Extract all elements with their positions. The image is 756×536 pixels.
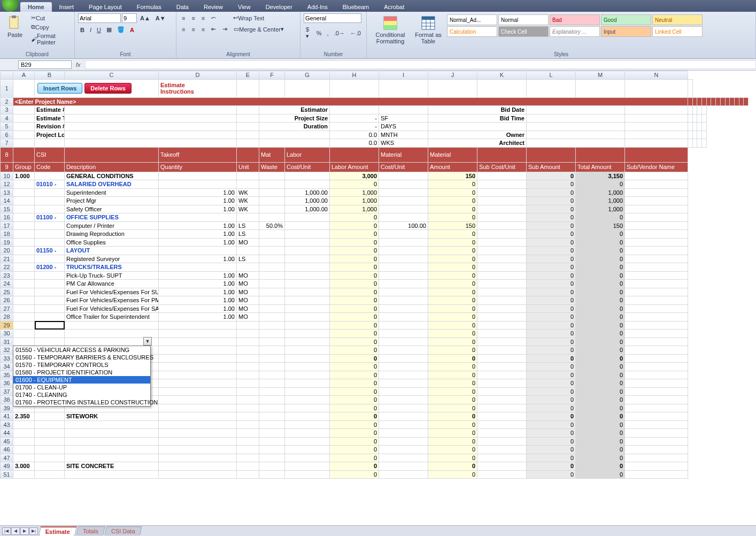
sheet-nav-button[interactable]: ▶ — [20, 527, 29, 535]
row-header-1[interactable]: 1 — [1, 79, 13, 97]
row-header-12[interactable]: 12 — [1, 180, 13, 189]
col-header-A[interactable]: A — [13, 71, 35, 80]
row-header-35[interactable]: 35 — [1, 371, 13, 379]
shrink-font-button[interactable]: A▼ — [153, 14, 168, 22]
sheet-nav-button[interactable]: ▶| — [29, 527, 38, 535]
col-header-F[interactable]: F — [259, 71, 285, 80]
dropdown-item[interactable]: 01760 - PROTECTING INSTALLED CONSTRUCTIO… — [13, 399, 150, 406]
italic-button[interactable]: I — [88, 26, 94, 34]
cell-style-good[interactable]: Good — [601, 14, 651, 25]
row-header-45[interactable]: 45 — [1, 437, 13, 446]
sheet-tab-totals[interactable]: Totals — [76, 526, 105, 535]
align-center-button[interactable]: ≡ — [189, 26, 197, 33]
cell-style-check-cell[interactable]: Check Cell — [498, 26, 549, 37]
row-header-49[interactable]: 49 — [1, 462, 13, 471]
delete-rows-button[interactable]: Delete Rows — [84, 83, 131, 94]
ribbon-tab-developer[interactable]: Developer — [258, 2, 300, 12]
dec-decimal-button[interactable]: ←.0 — [348, 26, 363, 40]
align-middle-button[interactable]: ≡ — [189, 14, 197, 22]
col-header-I[interactable]: I — [379, 71, 428, 80]
row-header-16[interactable]: 16 — [1, 213, 13, 222]
cell-style-calculation[interactable]: Calculation — [447, 26, 497, 37]
row-header-21[interactable]: 21 — [1, 255, 13, 263]
row-header-41[interactable]: 41 — [1, 412, 13, 421]
row-header-13[interactable]: 13 — [1, 188, 13, 197]
cell-dropdown-button[interactable]: ▼ — [143, 337, 152, 346]
col-header-G[interactable]: G — [285, 71, 330, 80]
fill-color-button[interactable]: 🪣 — [115, 26, 127, 34]
cell-styles-gallery[interactable]: Normal_Ad...NormalBadGoodNeutralCalculat… — [446, 13, 704, 38]
dropdown-item[interactable]: 01570 - TEMPORARY CONTROLS — [13, 361, 150, 369]
indent-inc-button[interactable]: ⇥ — [220, 25, 229, 33]
ribbon-tab-add-ins[interactable]: Add-Ins — [300, 2, 335, 12]
dropdown-item[interactable]: 01550 - VEHICULAR ACCESS & PARKING — [13, 346, 150, 354]
row-header-22[interactable]: 22 — [1, 263, 13, 272]
col-header-N[interactable]: N — [625, 71, 688, 80]
row-header-29[interactable]: 29 — [1, 321, 13, 330]
col-header-J[interactable]: J — [428, 71, 477, 80]
font-name-select[interactable] — [78, 13, 121, 23]
row-header-31[interactable]: 31 — [1, 338, 13, 346]
row-header-27[interactable]: 27 — [1, 304, 13, 313]
row-header-9[interactable]: 9 — [1, 162, 13, 172]
name-box[interactable] — [18, 60, 72, 69]
row-header-7[interactable]: 7 — [1, 139, 13, 148]
row-header-46[interactable]: 46 — [1, 446, 13, 454]
percent-button[interactable]: % — [314, 26, 324, 40]
row-header-20[interactable]: 20 — [1, 247, 13, 255]
dropdown-item[interactable]: 01560 - TEMPORARY BARRIERS & ENCLOSURES — [13, 354, 150, 361]
row-header-28[interactable]: 28 — [1, 313, 13, 321]
col-header-M[interactable]: M — [576, 71, 625, 80]
row-header-39[interactable]: 39 — [1, 404, 13, 412]
comma-button[interactable]: , — [325, 26, 331, 40]
sheet-tab-estimate[interactable]: Estimate — [38, 526, 77, 536]
align-top-button[interactable]: ≡ — [180, 14, 187, 22]
orientation-button[interactable]: ⤺ — [209, 14, 218, 22]
cell-style-normal[interactable]: Normal — [498, 14, 549, 25]
row-header-15[interactable]: 15 — [1, 205, 13, 213]
align-right-button[interactable]: ≡ — [199, 26, 207, 33]
ribbon-tab-formulas[interactable]: Formulas — [129, 2, 169, 12]
active-cell[interactable] — [35, 321, 65, 330]
col-header-L[interactable]: L — [527, 71, 576, 80]
grow-font-button[interactable]: A▲ — [138, 14, 152, 22]
col-header-K[interactable]: K — [477, 71, 527, 80]
row-header-6[interactable]: 6 — [1, 131, 13, 139]
col-header-B[interactable]: B — [35, 71, 65, 80]
indent-dec-button[interactable]: ⇤ — [209, 25, 218, 33]
ribbon-tab-data[interactable]: Data — [169, 2, 196, 12]
col-header-D[interactable]: D — [159, 71, 237, 80]
number-format-select[interactable] — [304, 13, 361, 23]
inc-decimal-button[interactable]: .0→ — [332, 26, 347, 40]
cell-style-neutral[interactable]: Neutral — [652, 14, 703, 25]
row-header-34[interactable]: 34 — [1, 363, 13, 371]
border-button[interactable]: ▦ — [104, 26, 114, 34]
row-header-33[interactable]: 33 — [1, 354, 13, 363]
format-as-table-button[interactable]: Format as Table — [411, 13, 446, 45]
row-header-24[interactable]: 24 — [1, 280, 13, 288]
ribbon-tab-view[interactable]: View — [230, 2, 258, 12]
dropdown-item[interactable]: 01600 - EQUIPMENT — [13, 376, 150, 384]
ribbon-tab-bluebeam[interactable]: Bluebeam — [335, 2, 377, 12]
row-header-17[interactable]: 17 — [1, 221, 13, 230]
dropdown-item[interactable]: 01580 - PROJECT IDENTIFICATION — [13, 369, 150, 376]
estimate-instructions-link[interactable]: EstimateInstructions — [159, 79, 237, 97]
row-header-51[interactable]: 51 — [1, 470, 13, 479]
bold-button[interactable]: B — [78, 26, 87, 34]
row-header-38[interactable]: 38 — [1, 396, 13, 404]
row-header-19[interactable]: 19 — [1, 238, 13, 247]
wrap-text-button[interactable]: ↩Wrap Text — [231, 14, 266, 22]
format-painter-button[interactable]: 🖌Format Painter — [29, 32, 71, 46]
formula-input[interactable] — [85, 60, 756, 69]
align-bottom-button[interactable]: ≡ — [199, 14, 207, 22]
row-header-30[interactable]: 30 — [1, 330, 13, 338]
row-header-4[interactable]: 4 — [1, 114, 13, 122]
merge-center-button[interactable]: ▭Merge & Center ▾ — [232, 25, 286, 33]
col-header-H[interactable]: H — [330, 71, 379, 80]
underline-button[interactable]: U — [95, 26, 103, 34]
dropdown-item[interactable]: 01700 - CLEAN-UP — [13, 384, 150, 391]
cell-style-input[interactable]: Input — [601, 26, 651, 37]
cell-style-bad[interactable]: Bad — [550, 14, 600, 25]
col-header-E[interactable]: E — [237, 71, 259, 80]
row-header-37[interactable]: 37 — [1, 387, 13, 396]
